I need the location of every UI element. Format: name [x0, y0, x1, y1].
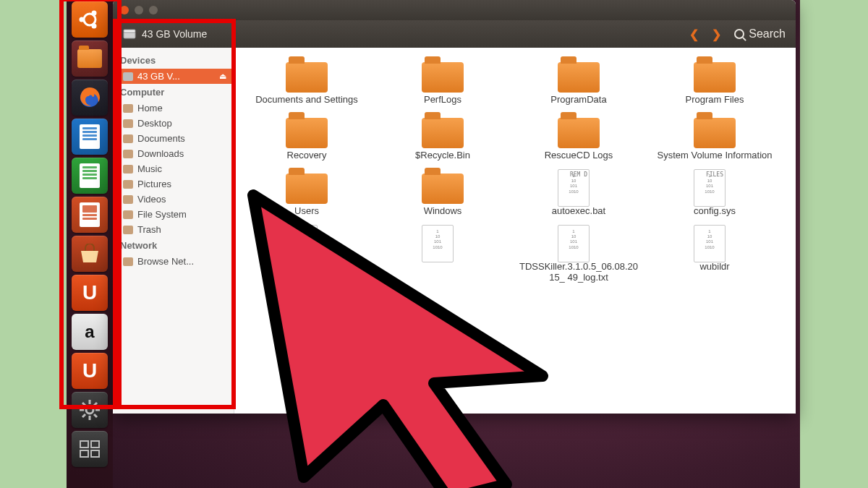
workspace-icon[interactable]	[72, 431, 108, 467]
folder-item[interactable]: ProgramData	[514, 58, 644, 105]
sidebar-item-desktop[interactable]: Desktop	[113, 116, 234, 131]
sidebar-item-home[interactable]: Home	[113, 100, 234, 116]
sidebar-item-network[interactable]: Browse Net...	[113, 254, 234, 269]
ubuntu-one-icon[interactable]: U	[72, 275, 108, 311]
files-icon[interactable]	[72, 40, 108, 77]
close-icon[interactable]	[120, 6, 129, 14]
file-label: Program Files	[686, 94, 744, 105]
sidebar-item-label: 43 GB V...	[137, 71, 180, 82]
sidebar-item-label: Music	[137, 163, 162, 174]
svg-line-10	[82, 403, 85, 406]
search-button[interactable]: Search	[734, 27, 786, 40]
svg-rect-14	[80, 441, 88, 448]
folder-item[interactable]: $Recycle.Bin	[378, 114, 508, 160]
sidebar-item-documents[interactable]: Documents	[113, 131, 234, 146]
sidebar-heading-network: Network	[113, 237, 234, 254]
folder-item[interactable]: RescueCD Logs	[514, 114, 644, 160]
folder-item[interactable]: Windows	[378, 169, 508, 216]
minimize-icon[interactable]	[135, 6, 143, 14]
file-item[interactable]: 1101011010wubildr.mbr	[242, 291, 372, 338]
amazon-icon[interactable]: a	[72, 314, 108, 350]
location-label: 43 GB Volume	[142, 28, 207, 40]
unity-launcher: U a U	[67, 0, 113, 488]
settings-icon[interactable]	[72, 392, 108, 428]
svg-point-3	[92, 24, 97, 29]
file-item[interactable]: 1101011010	[378, 225, 508, 283]
dash-icon[interactable]	[72, 1, 108, 38]
folder-item[interactable]: PerfLogs	[378, 58, 508, 105]
maximize-icon[interactable]	[149, 6, 158, 14]
file-icon: 1101011010	[694, 225, 726, 262]
folder-item[interactable]: System Volume Information	[650, 114, 780, 160]
sidebar-item-label: Downloads	[137, 148, 184, 159]
file-label: Documents and Settings	[255, 94, 358, 105]
folder-icon	[123, 226, 133, 234]
folder-icon	[123, 210, 133, 219]
svg-point-5	[86, 406, 93, 414]
folder-icon	[123, 119, 133, 128]
file-icon: 1101011010REM D	[558, 169, 590, 207]
sidebar-item-music[interactable]: Music	[113, 161, 234, 176]
nav-back-icon[interactable]: ❮	[689, 27, 699, 41]
folder-item[interactable]: Users	[242, 169, 372, 216]
file-label: autoexec.bat	[552, 205, 605, 216]
nav-forward-icon[interactable]: ❯	[712, 27, 721, 41]
sidebar-item-volume[interactable]: 43 GB V... ⏏	[113, 69, 234, 84]
file-item[interactable]: 1101011010wubildr	[650, 225, 780, 283]
folder-icon	[286, 174, 328, 204]
folder-icon	[123, 150, 133, 158]
software-icon[interactable]	[72, 236, 108, 272]
file-label: $Recycle.Bin	[415, 150, 470, 160]
svg-rect-16	[80, 450, 88, 457]
svg-rect-15	[91, 441, 99, 448]
file-label: System Volume Information	[658, 150, 773, 160]
folder-icon	[123, 180, 133, 189]
file-label: TDSSKiller.3.1.0.5_06.08.2015_ 49_log.tx…	[517, 261, 640, 283]
file-label: config.sys	[694, 205, 736, 216]
file-item[interactable]: 1101011010	[242, 225, 372, 283]
sidebar-item-pictures[interactable]: Pictures	[113, 176, 234, 192]
file-label: PerfLogs	[424, 94, 461, 105]
file-label: Users	[294, 205, 319, 216]
folder-icon	[286, 62, 328, 93]
file-grid[interactable]: Documents and SettingsPerfLogsProgramDat…	[234, 48, 796, 414]
file-icon: 1101011010	[286, 291, 318, 329]
location-breadcrumb[interactable]: 43 GB Volume	[123, 28, 207, 40]
file-icon: 1101011010	[286, 225, 318, 262]
sidebar-heading-computer: Computer	[113, 84, 234, 100]
firefox-icon[interactable]	[72, 80, 108, 116]
sidebar-item-downloads[interactable]: Downloads	[113, 146, 234, 161]
sidebar-item-label: Trash	[137, 224, 161, 235]
folder-icon	[422, 118, 464, 148]
file-label: Recovery	[287, 150, 327, 160]
folder-icon	[123, 195, 133, 204]
svg-line-11	[94, 414, 97, 417]
sidebar-item-label: Desktop	[137, 118, 172, 129]
sidebar-item-label: Browse Net...	[137, 256, 194, 267]
folder-item[interactable]: Recovery	[242, 114, 372, 160]
folder-icon	[123, 165, 133, 174]
window-titlebar[interactable]	[113, 0, 796, 20]
folder-icon	[694, 118, 736, 148]
impress-icon[interactable]	[72, 197, 108, 233]
file-label: wubildr.mbr	[283, 328, 331, 338]
file-label: Windows	[424, 205, 462, 216]
folder-item[interactable]: Documents and Settings	[242, 58, 372, 105]
calc-icon[interactable]	[72, 158, 108, 194]
file-item[interactable]: 1101011010REM Dautoexec.bat	[514, 169, 644, 216]
file-item[interactable]: 1101011010FILESconfig.sys	[650, 169, 780, 216]
svg-line-12	[94, 403, 97, 406]
svg-rect-17	[91, 450, 99, 457]
folder-icon	[422, 62, 464, 93]
sidebar-item-trash[interactable]: Trash	[113, 222, 234, 237]
network-icon	[123, 257, 133, 266]
sidebar-item-videos[interactable]: Videos	[113, 192, 234, 207]
file-item[interactable]: 1101011010TDSSKiller.3.1.0.5_06.08.2015_…	[514, 225, 644, 283]
svg-point-2	[92, 11, 97, 16]
eject-icon[interactable]: ⏏	[219, 72, 226, 81]
svg-line-13	[82, 414, 85, 417]
ubuntu-one-icon[interactable]: U	[72, 353, 108, 389]
sidebar-item-file-system[interactable]: File System	[113, 207, 234, 222]
folder-item[interactable]: Program Files	[650, 58, 780, 105]
writer-icon[interactable]	[72, 119, 108, 155]
